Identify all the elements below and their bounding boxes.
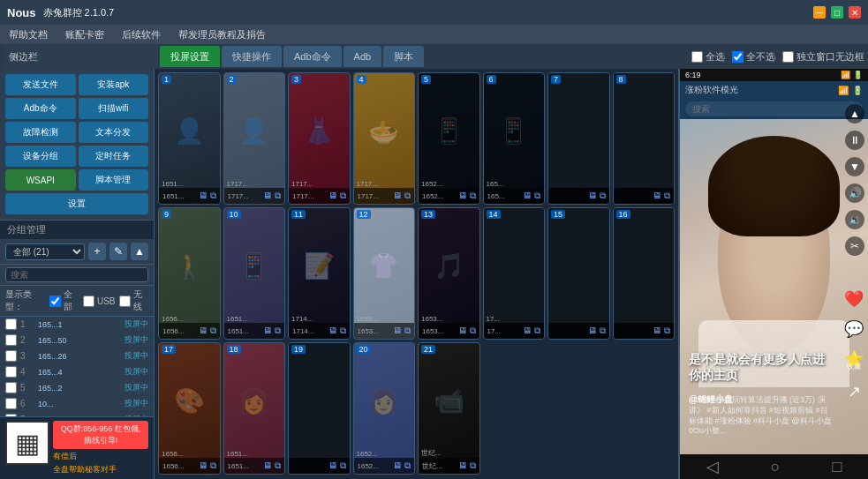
table-row[interactable]: 8 🖥 ⧉ bbox=[613, 72, 676, 205]
btn-adb-command[interactable]: Adb命令 bbox=[5, 98, 76, 119]
cell-icon-copy[interactable]: ⧉ bbox=[210, 326, 216, 336]
btn-scheduled[interactable]: 定时任务 bbox=[79, 146, 149, 167]
cell-icon-copy[interactable]: ⧉ bbox=[664, 191, 670, 201]
cell-icon-copy[interactable]: ⧉ bbox=[600, 191, 606, 201]
menu-tutorial[interactable]: 帮发理员教程及捐告 bbox=[175, 26, 269, 43]
table-row[interactable]: 👩 18 1651... 1651... 🖥 ⧉ bbox=[223, 342, 286, 475]
cell-icon-copy[interactable]: ⧉ bbox=[404, 460, 411, 471]
table-row[interactable]: 📝 11 1714... 1714... 🖥 ⧉ bbox=[288, 207, 351, 340]
table-row[interactable]: 👤 1 1651... 1651... 🖥 ⧉ bbox=[158, 72, 221, 205]
list-item[interactable]: 4 165...4 投屏中 bbox=[0, 364, 154, 380]
cell-icon-copy[interactable]: ⧉ bbox=[275, 460, 281, 471]
table-row[interactable]: 14 17... 17... 🖥 ⧉ bbox=[483, 207, 546, 340]
table-row[interactable]: 15 🖥 ⧉ bbox=[547, 207, 610, 340]
cell-icon-screen[interactable]: 🖥 bbox=[328, 460, 337, 471]
display-all[interactable]: 全部 bbox=[49, 288, 79, 313]
list-item[interactable]: 3 165...26 投屏中 bbox=[0, 348, 154, 364]
cell-icon-screen[interactable]: 🖥 bbox=[263, 326, 272, 336]
table-row[interactable]: 👗 3 1717... 1717... 🖥 ⧉ bbox=[288, 72, 351, 205]
cell-icon-copy[interactable]: ⧉ bbox=[210, 460, 216, 471]
table-row[interactable]: 📱 5 1652... 1652... 🖥 ⧉ bbox=[418, 72, 480, 205]
table-row[interactable]: 👚 12 1653... 1653... 🖥 ⧉ bbox=[353, 207, 416, 340]
nav-vol-down[interactable]: 🔉 bbox=[845, 210, 864, 229]
btn-script-mgr[interactable]: 脚本管理 bbox=[79, 169, 149, 191]
btn-fault-detect[interactable]: 故障检测 bbox=[5, 122, 76, 143]
close-button[interactable]: ✕ bbox=[849, 6, 861, 19]
table-row[interactable]: 16 🖥 ⧉ bbox=[613, 207, 676, 340]
tab-adb-cmd[interactable]: Adb命令 bbox=[283, 46, 342, 67]
btn-send-file[interactable]: 发送文件 bbox=[5, 74, 76, 95]
group-edit-btn[interactable]: ✎ bbox=[109, 243, 127, 260]
cell-icon-screen[interactable]: 🖥 bbox=[458, 460, 467, 471]
btn-scan-wifi[interactable]: 扫描wifi bbox=[79, 98, 149, 119]
btn-wsapi[interactable]: WSAPI bbox=[5, 169, 76, 191]
cell-icon-screen[interactable]: 🖥 bbox=[458, 191, 467, 201]
cell-icon-screen[interactable]: 🖥 bbox=[393, 191, 402, 201]
table-row[interactable]: 📱 10 1651... 1651... 🖥 ⧉ bbox=[223, 207, 286, 340]
cell-icon-copy[interactable]: ⧉ bbox=[534, 191, 540, 201]
cell-icon-copy[interactable]: ⧉ bbox=[404, 191, 411, 201]
phone-nav-home[interactable]: ○ bbox=[771, 458, 781, 476]
list-item[interactable]: 5 165...2 投屏中 bbox=[0, 380, 154, 396]
nav-pause[interactable]: ⏸ bbox=[845, 131, 864, 150]
table-row[interactable]: 📹 21 世纪... 世纪... 🖥 ⧉ bbox=[418, 342, 480, 475]
table-row[interactable]: 🎵 13 1653... 1653... 🖥 ⧉ bbox=[418, 207, 480, 340]
display-wireless[interactable]: 无线 bbox=[119, 288, 148, 313]
btn-device-group[interactable]: 设备分组 bbox=[5, 146, 76, 167]
menu-account[interactable]: 账配卡密 bbox=[62, 26, 108, 43]
group-select[interactable]: 全部 (21) bbox=[5, 243, 85, 260]
cell-icon-screen[interactable]: 🖥 bbox=[263, 460, 272, 471]
cell-icon-screen[interactable]: 🖥 bbox=[393, 326, 402, 336]
btn-text-dist[interactable]: 文本分发 bbox=[79, 122, 149, 143]
cell-icon-copy[interactable]: ⧉ bbox=[275, 326, 281, 336]
cell-icon-screen[interactable]: 🖥 bbox=[523, 326, 532, 336]
cell-icon-screen[interactable]: 🖥 bbox=[393, 460, 402, 471]
table-row[interactable]: 👩 20 1652... 1652... 🖥 ⧉ bbox=[353, 342, 416, 475]
table-row[interactable]: 📱 6 165... 165... 🖥 ⧉ bbox=[483, 72, 546, 205]
checkbox-floating[interactable]: 独立窗口无边框 bbox=[782, 50, 864, 64]
cell-icon-copy[interactable]: ⧉ bbox=[340, 326, 346, 336]
cell-icon-screen[interactable]: 🖥 bbox=[199, 191, 208, 201]
cell-icon-copy[interactable]: ⧉ bbox=[340, 460, 346, 471]
cell-icon-copy[interactable]: ⧉ bbox=[470, 191, 476, 201]
cell-icon-screen[interactable]: 🖥 bbox=[458, 326, 467, 336]
list-item[interactable]: 2 165...50 投屏中 bbox=[0, 333, 154, 348]
group-collapse-btn[interactable]: ▲ bbox=[131, 243, 148, 260]
cell-icon-copy[interactable]: ⧉ bbox=[470, 460, 476, 471]
checkbox-select-all[interactable]: 全选 bbox=[691, 50, 725, 64]
maximize-button[interactable]: □ bbox=[831, 6, 843, 19]
cell-icon-copy[interactable]: ⧉ bbox=[534, 326, 540, 336]
menu-help[interactable]: 帮助文档 bbox=[5, 26, 51, 43]
display-usb[interactable]: USB bbox=[83, 296, 116, 307]
cell-icon-screen[interactable]: 🖥 bbox=[263, 191, 272, 201]
phone-action-comment[interactable]: 💬 bbox=[844, 319, 864, 339]
phone-action-heart[interactable]: ❤️ bbox=[844, 289, 864, 309]
nav-vol-up[interactable]: 🔊 bbox=[845, 183, 864, 203]
cell-icon-screen[interactable]: 🖥 bbox=[588, 191, 597, 201]
cell-icon-copy[interactable]: ⧉ bbox=[664, 326, 670, 336]
minimize-button[interactable]: ─ bbox=[813, 6, 826, 19]
phone-nav-recent[interactable]: □ bbox=[833, 458, 842, 476]
cell-icon-screen[interactable]: 🖥 bbox=[523, 191, 532, 201]
group-add-btn[interactable]: + bbox=[88, 243, 106, 260]
phone-action-share[interactable]: ↗ bbox=[848, 382, 861, 401]
cell-icon-screen[interactable]: 🖥 bbox=[653, 191, 661, 201]
table-row[interactable]: 🍜 4 1717... 1717... 🖥 ⧉ bbox=[353, 72, 416, 205]
cell-icon-copy[interactable]: ⧉ bbox=[210, 191, 216, 201]
table-row[interactable]: 7 🖥 ⧉ bbox=[547, 72, 610, 205]
tab-screen-settings[interactable]: 投屏设置 bbox=[160, 46, 220, 67]
phone-search-input[interactable] bbox=[685, 101, 863, 116]
cell-icon-screen[interactable]: 🖥 bbox=[328, 326, 337, 336]
table-row[interactable]: 19 🖥 ⧉ bbox=[288, 342, 351, 475]
cell-icon-copy[interactable]: ⧉ bbox=[340, 191, 346, 201]
tab-adb[interactable]: Adb bbox=[343, 46, 382, 67]
cell-icon-copy[interactable]: ⧉ bbox=[470, 326, 476, 336]
checkbox-deselect-all[interactable]: 全不选 bbox=[732, 50, 775, 64]
btn-settings[interactable]: 设置 bbox=[5, 193, 148, 214]
btn-install-apk[interactable]: 安装apk bbox=[79, 74, 149, 95]
phone-nav-back[interactable]: ◁ bbox=[706, 457, 719, 476]
cell-icon-copy[interactable]: ⧉ bbox=[404, 326, 411, 336]
nav-scissors[interactable]: ✂ bbox=[845, 236, 864, 256]
list-item[interactable]: 6 10... 投屏中 bbox=[0, 396, 154, 412]
nav-up[interactable]: ▲ bbox=[845, 104, 864, 123]
